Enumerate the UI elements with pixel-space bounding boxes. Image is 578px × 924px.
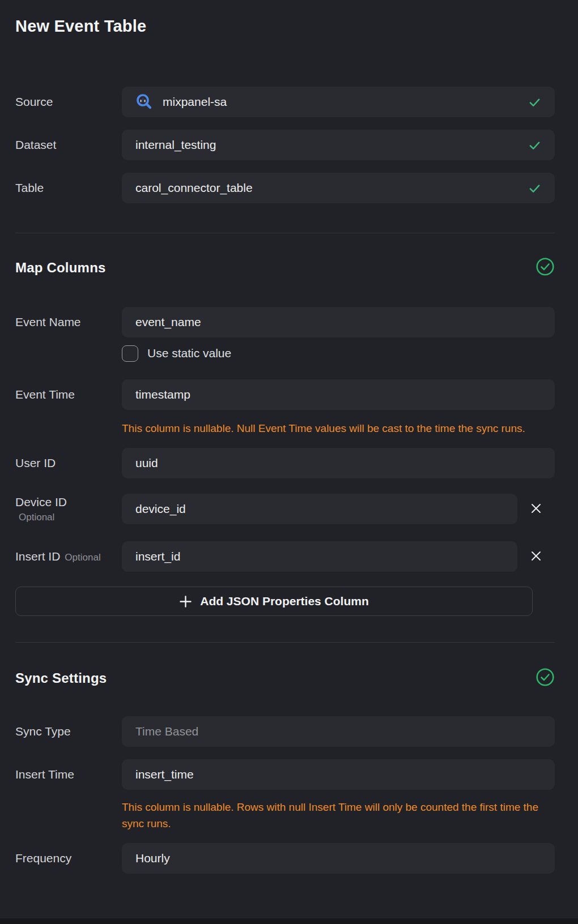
device-id-label: Device ID Optional xyxy=(15,495,122,523)
sync-type-label: Sync Type xyxy=(15,725,122,738)
source-section: Source mixpanel-sa Dataset xyxy=(15,87,555,203)
add-json-properties-label: Add JSON Properties Column xyxy=(200,594,369,608)
insert-id-label-text: Insert ID xyxy=(15,550,60,563)
insert-id-field[interactable]: insert_id xyxy=(122,541,517,572)
dataset-field[interactable]: internal_testing xyxy=(122,130,555,160)
remove-device-id-button[interactable] xyxy=(526,499,546,520)
frequency-row: Frequency Hourly xyxy=(15,843,555,874)
mixpanel-logo-icon xyxy=(135,93,152,110)
close-x-icon xyxy=(530,550,542,564)
source-field[interactable]: mixpanel-sa xyxy=(122,87,555,117)
dataset-value: internal_testing xyxy=(135,138,216,152)
source-label: Source xyxy=(15,95,122,109)
device-id-label-text: Device ID xyxy=(15,495,122,509)
sync-type-value: Time Based xyxy=(135,725,198,738)
add-json-properties-button[interactable]: Add JSON Properties Column xyxy=(15,587,533,616)
circle-check-icon xyxy=(536,257,555,279)
circle-check-icon xyxy=(536,668,555,689)
insert-id-value: insert_id xyxy=(135,550,180,563)
plus-icon xyxy=(179,595,192,608)
event-name-field[interactable]: event_name xyxy=(122,307,555,337)
insert-time-label: Insert Time xyxy=(15,768,122,781)
device-id-row: Device ID Optional device_id xyxy=(15,494,555,524)
map-columns-header: Map Columns xyxy=(15,257,555,279)
user-id-field[interactable]: uuid xyxy=(122,448,555,478)
device-id-remove-slot xyxy=(517,499,555,520)
page-title: New Event Table xyxy=(15,17,555,36)
event-time-row: Event Time timestamp xyxy=(15,379,555,410)
insert-time-value: insert_time xyxy=(135,768,194,781)
section-divider xyxy=(15,233,555,233)
user-id-value: uuid xyxy=(135,456,158,470)
sync-type-field: Time Based xyxy=(122,716,555,747)
event-time-label: Event Time xyxy=(15,388,122,401)
section-divider xyxy=(15,642,555,643)
insert-id-row: Insert IDOptional insert_id xyxy=(15,541,555,572)
insert-id-label: Insert IDOptional xyxy=(15,550,122,563)
map-columns-heading: Map Columns xyxy=(15,260,106,276)
frequency-field[interactable]: Hourly xyxy=(122,843,555,874)
use-static-value-label: Use static value xyxy=(147,346,231,360)
table-label: Table xyxy=(15,181,122,195)
insert-time-field[interactable]: insert_time xyxy=(122,759,555,790)
panel-bottom-edge xyxy=(0,918,578,924)
dataset-row: Dataset internal_testing xyxy=(15,130,555,160)
sync-settings-heading: Sync Settings xyxy=(15,670,107,686)
table-row: Table carol_connector_table xyxy=(15,173,555,203)
table-field[interactable]: carol_connector_table xyxy=(122,173,555,203)
dataset-label: Dataset xyxy=(15,138,122,152)
use-static-value-checkbox[interactable] xyxy=(122,345,138,362)
device-id-optional-label: Optional xyxy=(15,512,122,523)
frequency-label: Frequency xyxy=(15,852,122,865)
event-time-value: timestamp xyxy=(135,388,190,401)
check-icon xyxy=(528,96,541,109)
source-value: mixpanel-sa xyxy=(163,95,227,109)
frequency-value: Hourly xyxy=(135,852,170,865)
insert-time-row: Insert Time insert_time xyxy=(15,759,555,790)
source-row: Source mixpanel-sa xyxy=(15,87,555,117)
check-icon xyxy=(528,182,541,195)
device-id-field[interactable]: device_id xyxy=(122,494,517,524)
check-icon xyxy=(528,139,541,152)
event-time-warning: This column is nullable. Null Event Time… xyxy=(122,420,541,437)
sync-settings-header: Sync Settings xyxy=(15,668,555,689)
event-name-value: event_name xyxy=(135,315,201,329)
user-id-row: User ID uuid xyxy=(15,448,555,478)
event-name-label: Event Name xyxy=(15,315,122,329)
remove-insert-id-button[interactable] xyxy=(526,546,546,567)
event-name-row: Event Name event_name xyxy=(15,307,555,337)
table-value: carol_connector_table xyxy=(135,181,253,195)
close-x-icon xyxy=(530,502,542,516)
insert-id-optional-label: Optional xyxy=(65,552,100,563)
event-time-field[interactable]: timestamp xyxy=(122,379,555,410)
user-id-label: User ID xyxy=(15,456,122,470)
sync-type-row: Sync Type Time Based xyxy=(15,716,555,747)
insert-time-warning: This column is nullable. Rows with null … xyxy=(122,799,541,832)
insert-id-remove-slot xyxy=(517,546,555,567)
new-event-table-panel: New Event Table Source mixpanel-sa xyxy=(0,0,578,874)
device-id-value: device_id xyxy=(135,502,186,516)
use-static-value-row: Use static value xyxy=(122,344,555,362)
